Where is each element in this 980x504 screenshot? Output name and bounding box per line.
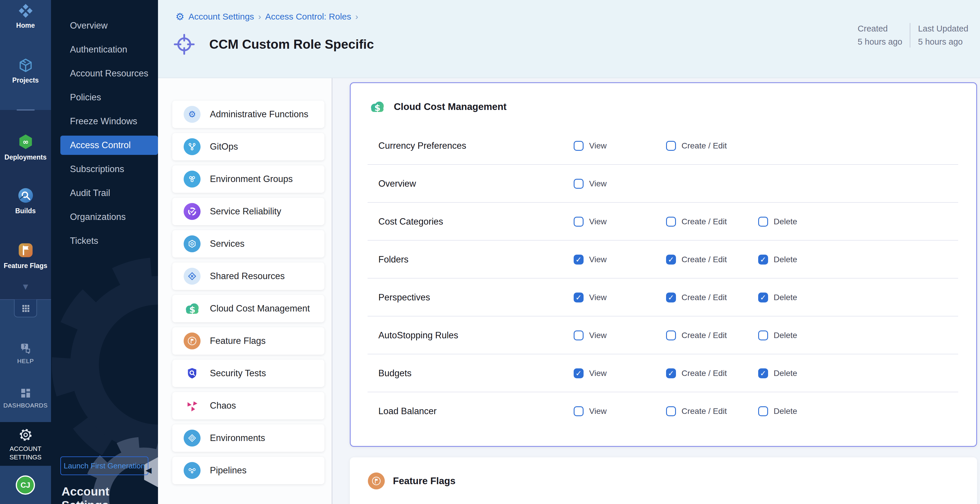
- checkbox-delete-unchecked[interactable]: [758, 217, 768, 226]
- checkbox-create-edit-unchecked[interactable]: [666, 406, 676, 416]
- checkbox-view-checked[interactable]: ✓: [574, 255, 584, 265]
- user-avatar[interactable]: CJ: [16, 475, 35, 494]
- rail-item-label: Deployments: [0, 153, 51, 161]
- rail-item-help[interactable]: ? HELP: [0, 342, 51, 365]
- rail-item-account-settings[interactable]: ACCOUNT SETTINGS: [0, 427, 51, 461]
- checkbox-view-unchecked[interactable]: [574, 406, 584, 416]
- launch-first-generation-button[interactable]: Launch First Generation: [60, 456, 148, 475]
- rail-item-label: Projects: [0, 77, 51, 84]
- checkbox-label: View: [589, 293, 606, 302]
- resource-card-label: Environment Groups: [210, 174, 293, 184]
- resource-card-label: Pipelines: [210, 465, 247, 476]
- checkbox-label: Delete: [774, 331, 797, 340]
- rail-item-deployments[interactable]: ∞ Deployments: [0, 133, 51, 161]
- checkbox-view-checked[interactable]: ✓: [574, 368, 584, 378]
- sidebar-item-label: Account Resources: [70, 68, 148, 79]
- checkmark-icon: ✓: [575, 294, 582, 301]
- checkbox-view-unchecked[interactable]: [574, 330, 584, 340]
- module-grid-button[interactable]: [14, 300, 37, 317]
- sidebar-item-access-control[interactable]: Access Control: [51, 133, 158, 157]
- rail-item-feature-flags[interactable]: Feature Flags: [0, 241, 51, 270]
- sidebar-item-label: Tickets: [70, 236, 98, 246]
- checkbox-delete-checked[interactable]: ✓: [758, 255, 768, 265]
- checkbox-delete-unchecked[interactable]: [758, 330, 768, 340]
- created-value: 5 hours ago: [858, 35, 902, 48]
- row-overview: OverviewView: [351, 165, 976, 203]
- sidebar-item-overview[interactable]: Overview: [51, 14, 158, 38]
- account-settings-sidebar: OverviewAuthenticationAccount ResourcesP…: [51, 0, 158, 504]
- checkbox-label: View: [589, 331, 606, 340]
- checkbox-create-edit-checked[interactable]: ✓: [666, 368, 676, 378]
- resource-card-environment-groups[interactable]: Environment Groups: [172, 165, 325, 193]
- permission-group-delete: ✓Delete: [758, 368, 797, 378]
- sidebar-bottom-title: Account Settings: [62, 485, 158, 504]
- resource-card-label: Services: [210, 239, 245, 249]
- rail-item-label: Home: [0, 22, 51, 29]
- rail-item-builds[interactable]: Builds: [0, 187, 51, 215]
- title-row: CCM Custom Role Specific: [173, 33, 374, 56]
- sidebar-item-organizations[interactable]: Organizations: [51, 205, 158, 229]
- builds-magnifier-icon: [0, 187, 51, 204]
- chevron-down-icon[interactable]: ▼: [0, 282, 51, 292]
- pipelines-icon: [184, 462, 200, 479]
- breadcrumb-separator: ›: [258, 12, 261, 22]
- sidebar-item-subscriptions[interactable]: Subscriptions: [51, 157, 158, 181]
- sidebar-item-authentication[interactable]: Authentication: [51, 38, 158, 62]
- checkbox-create-edit-checked[interactable]: ✓: [666, 293, 676, 303]
- resource-card-label: Administrative Functions: [210, 109, 309, 120]
- checkbox-create-edit-unchecked[interactable]: [666, 141, 676, 151]
- checkbox-create-edit-checked[interactable]: ✓: [666, 255, 676, 265]
- resource-card-service-reliability[interactable]: Service Reliability: [172, 198, 325, 225]
- sidebar-item-label: Audit Trail: [70, 188, 110, 198]
- resource-card-environments[interactable]: Environments: [172, 424, 325, 452]
- resource-group-list: ⚙Administrative FunctionsGitOpsEnvironme…: [172, 100, 325, 484]
- checkbox-delete-checked[interactable]: ✓: [758, 368, 768, 378]
- resource-card-administrative-functions[interactable]: ⚙Administrative Functions: [172, 100, 325, 128]
- resource-card-shared-resources[interactable]: Shared Resources: [172, 263, 325, 290]
- sidebar-item-account-resources[interactable]: Account Resources: [51, 62, 158, 85]
- resource-card-chaos[interactable]: Chaos: [172, 392, 325, 419]
- permission-row-label: Overview: [379, 179, 416, 189]
- rail-item-dashboards[interactable]: DASHBOARDS: [0, 388, 51, 409]
- sidebar-item-policies[interactable]: Policies: [51, 85, 158, 109]
- checkmark-icon: ✓: [760, 294, 766, 301]
- resource-card-cloud-cost-management[interactable]: $Cloud Cost Management: [172, 295, 325, 322]
- checkbox-create-edit-unchecked[interactable]: [666, 330, 676, 340]
- permission-group-view: View: [574, 406, 606, 416]
- resource-card-security-tests[interactable]: Security Tests: [172, 360, 325, 387]
- checkbox-create-edit-unchecked[interactable]: [666, 217, 676, 226]
- rail-item-home[interactable]: Home: [0, 3, 51, 29]
- checkbox-view-checked[interactable]: ✓: [574, 293, 584, 303]
- permission-group-view: ✓View: [574, 293, 606, 303]
- section-card-cloud-cost-management: $ Cloud Cost Management Currency Prefere…: [350, 82, 977, 447]
- row-autostopping-rules: AutoStopping RulesViewCreate / EditDelet…: [351, 316, 976, 354]
- checkbox-label: Create / Edit: [681, 255, 727, 264]
- breadcrumb-account-settings-link[interactable]: Account Settings: [188, 12, 254, 22]
- section-card-feature-flags: Feature Flags: [350, 457, 977, 504]
- rail-item-projects[interactable]: Projects: [0, 57, 51, 84]
- resource-card-gitops[interactable]: GitOps: [172, 133, 325, 160]
- sidebar-item-tickets[interactable]: Tickets: [51, 229, 158, 253]
- resource-card-services[interactable]: Services: [172, 230, 325, 258]
- checkbox-delete-unchecked[interactable]: [758, 406, 768, 416]
- permission-row-label: Perspectives: [379, 292, 430, 303]
- resource-card-label: Chaos: [210, 400, 236, 411]
- resource-card-pipelines[interactable]: Pipelines: [172, 457, 325, 484]
- checkbox-view-unchecked[interactable]: [574, 141, 584, 151]
- resource-card-feature-flags[interactable]: Feature Flags: [172, 327, 325, 355]
- checkbox-view-unchecked[interactable]: [574, 179, 584, 189]
- sidebar-item-audit-trail[interactable]: Audit Trail: [51, 181, 158, 205]
- checkbox-view-unchecked[interactable]: [574, 217, 584, 226]
- environment-groups-icon: [184, 171, 200, 188]
- sidebar-item-freeze-windows[interactable]: Freeze Windows: [51, 109, 158, 133]
- resource-card-label: GitOps: [210, 142, 238, 152]
- checkbox-delete-checked[interactable]: ✓: [758, 293, 768, 303]
- breadcrumb-access-control-roles-link[interactable]: Access Control: Roles: [265, 12, 351, 22]
- resource-card-label: Service Reliability: [210, 206, 281, 217]
- permission-group-view: View: [574, 330, 606, 340]
- checkbox-label: View: [589, 368, 606, 378]
- sidebar-collapse-icon[interactable]: ◀: [145, 466, 151, 475]
- checkbox-label: Create / Edit: [681, 141, 727, 150]
- permission-rows: Currency PreferencesViewCreate / EditOve…: [351, 127, 976, 430]
- checkbox-label: View: [589, 407, 606, 416]
